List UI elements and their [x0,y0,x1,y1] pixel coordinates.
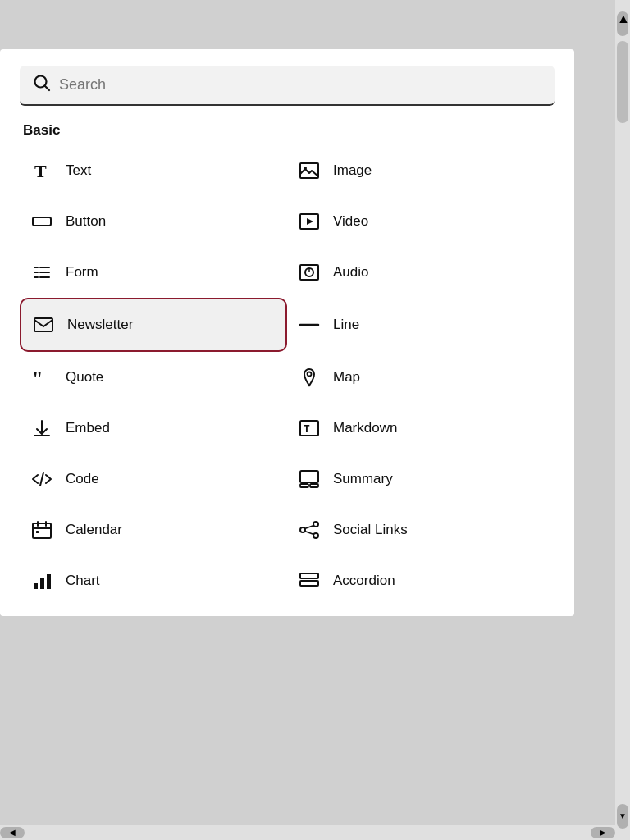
item-audio[interactable]: Audio [287,247,555,298]
chart-icon [30,570,54,591]
svg-rect-43 [300,581,318,586]
item-quote[interactable]: " Quote [20,352,287,403]
item-text[interactable]: T Text [20,145,287,196]
newsletter-icon [31,314,56,336]
item-button-label: Button [66,213,106,230]
svg-rect-40 [40,578,44,589]
item-map[interactable]: Map [287,352,555,403]
line-icon [297,314,322,336]
svg-rect-26 [300,471,318,482]
item-line[interactable]: Line [287,298,555,352]
svg-rect-17 [34,318,52,331]
form-icon [30,262,54,283]
section-label: Basic [20,122,555,139]
item-image[interactable]: Image [287,145,555,196]
item-embed-label: Embed [66,420,110,436]
item-button[interactable]: Button [20,196,287,247]
item-code[interactable]: Code [20,454,287,504]
item-accordion-label: Accordion [333,573,395,589]
item-markdown-label: Markdown [333,420,397,436]
item-video[interactable]: Video [287,196,555,247]
item-summary[interactable]: Summary [287,454,555,504]
item-newsletter-label: Newsletter [67,317,133,333]
audio-icon [297,262,322,283]
item-accordion[interactable]: Accordion [287,555,555,616]
panel: Basic T Text [0,49,574,616]
svg-point-4 [304,167,307,170]
item-form[interactable]: Form [20,247,287,298]
svg-text:T: T [304,422,310,435]
item-embed[interactable]: Embed [20,403,287,454]
item-map-label: Map [333,369,360,386]
svg-line-38 [305,532,314,535]
item-summary-label: Summary [333,471,393,487]
scroll-arrow-up[interactable]: ▲ [617,11,628,36]
item-code-label: Code [66,471,99,487]
social-links-icon [297,519,322,541]
scroll-arrow-right[interactable]: ▶ [591,827,615,838]
svg-rect-33 [36,531,39,533]
scrollbar-x[interactable]: ◀ ▶ [0,825,615,840]
search-bar [20,66,555,106]
svg-rect-42 [300,573,318,578]
map-icon [297,367,322,388]
item-social-links-label: Social Links [333,522,408,538]
search-input[interactable] [59,76,541,94]
svg-point-34 [300,527,305,532]
text-icon: T [30,160,54,181]
code-icon [30,468,54,490]
item-calendar-label: Calendar [66,522,122,538]
svg-line-25 [40,472,43,486]
svg-rect-5 [33,217,51,226]
svg-point-36 [313,533,318,538]
item-chart[interactable]: Chart [20,555,287,616]
scroll-arrow-left[interactable]: ◀ [0,827,25,838]
item-text-label: Text [66,162,91,179]
svg-point-20 [308,372,312,377]
video-icon [297,211,322,232]
item-line-label: Line [333,317,359,333]
item-markdown[interactable]: T Markdown [287,403,555,454]
scrollbar-thumb-y[interactable] [617,41,628,123]
scrollbar-y[interactable]: ▲ ▼ [615,0,630,840]
markdown-icon: T [297,418,322,439]
item-newsletter[interactable]: Newsletter [20,298,287,352]
search-icon [33,74,51,96]
svg-line-1 [45,86,50,91]
scroll-arrow-down[interactable]: ▼ [617,804,628,829]
svg-text:T: T [34,161,47,181]
svg-rect-27 [300,484,308,487]
item-calendar[interactable]: Calendar [20,504,287,555]
button-icon [30,211,54,232]
calendar-icon [30,519,54,541]
item-form-label: Form [66,264,98,281]
item-audio-label: Audio [333,264,368,281]
accordion-icon [297,570,322,591]
items-grid: T Text Image [20,145,555,616]
svg-point-35 [313,522,318,527]
svg-rect-39 [34,583,38,589]
item-quote-label: Quote [66,369,103,386]
svg-marker-7 [307,218,313,225]
item-image-label: Image [333,162,372,179]
svg-rect-41 [47,574,51,589]
quote-icon: " [30,367,54,388]
item-social-links[interactable]: Social Links [287,504,555,555]
image-icon [297,160,322,181]
svg-rect-28 [310,484,318,487]
item-video-label: Video [333,213,368,230]
item-chart-label: Chart [66,573,100,589]
svg-text:": " [32,368,43,388]
embed-icon [30,418,54,439]
summary-icon [297,468,322,490]
svg-line-37 [305,526,314,529]
svg-rect-29 [33,523,51,538]
